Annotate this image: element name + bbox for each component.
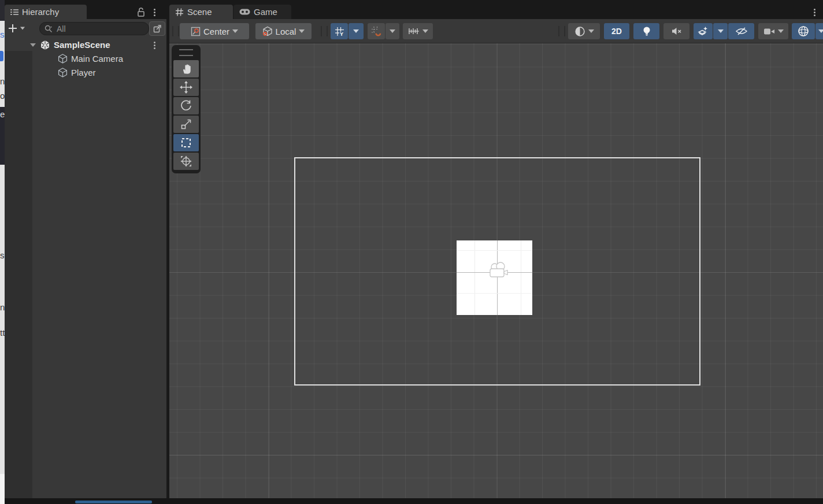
hidden-objects-toggle[interactable] — [728, 23, 754, 39]
grid-major-line — [725, 43, 726, 498]
camera-settings-dropdown[interactable] — [758, 23, 788, 39]
scene-lighting-toggle[interactable] — [633, 23, 659, 39]
grid-magnet-icon — [371, 26, 381, 36]
text-fragment: s — [0, 251, 5, 260]
search-field[interactable] — [39, 22, 149, 35]
view-hand-tool[interactable] — [173, 60, 199, 77]
pivot-mode-dropdown[interactable]: Center — [180, 23, 249, 39]
horizontal-scrollbar-thumb[interactable] — [75, 501, 152, 503]
effects-toggle[interactable] — [694, 23, 713, 39]
text-fragment: tt — [0, 328, 5, 337]
2d-mode-toggle[interactable]: 2D — [604, 23, 629, 39]
grid-line-on-sprite — [457, 250, 532, 251]
hierarchy-row-main-camera[interactable]: Main Camera — [5, 52, 166, 65]
add-object-button[interactable] — [8, 21, 31, 35]
svg-text:Y: Y — [340, 31, 343, 36]
hierarchy-gutter — [5, 51, 32, 498]
camera-gizmo-icon[interactable] — [486, 262, 510, 281]
grid-major-line — [269, 43, 269, 498]
scene-toolbar: Center Local Y — [169, 19, 823, 43]
gizmos-toggle[interactable] — [792, 23, 815, 39]
toolbar-drag-handle[interactable] — [172, 26, 179, 36]
plus-icon — [8, 24, 17, 33]
chevron-down-icon — [299, 29, 305, 33]
gameobject-cube-icon — [58, 68, 68, 77]
rotate-tool[interactable] — [173, 97, 199, 114]
hierarchy-row-scene[interactable]: SampleScene — [5, 38, 166, 51]
scene-kebab-icon[interactable] — [154, 40, 155, 50]
gizmos-dropdown[interactable] — [815, 23, 823, 39]
strip-blue-block — [0, 51, 3, 61]
tab-game[interactable]: Game — [233, 5, 291, 19]
scale-tool[interactable] — [173, 116, 199, 133]
text-fragment: n — [0, 303, 5, 312]
toolbar-drag-handle[interactable] — [558, 26, 565, 36]
tab-game-label: Game — [254, 7, 277, 17]
cube-axis-icon — [262, 26, 273, 36]
tab-hierarchy-label: Hierarchy — [22, 7, 59, 17]
hierarchy-tabbar: Hierarchy — [5, 5, 166, 19]
speaker-muted-icon — [672, 27, 682, 35]
scene-viewport[interactable] — [169, 43, 823, 498]
grid-y-icon: Y — [335, 27, 344, 36]
rect-tool[interactable] — [173, 134, 199, 151]
grid-visibility-toggle[interactable]: Y — [331, 23, 348, 39]
bulb-icon — [643, 26, 651, 36]
hierarchy-toolbar — [5, 19, 166, 38]
chevron-down-icon — [778, 29, 784, 33]
transform-icon — [180, 155, 192, 168]
rotate-icon — [180, 99, 192, 112]
chevron-down-icon — [588, 29, 594, 33]
chevron-down-icon — [718, 29, 724, 33]
unlock-icon[interactable] — [136, 7, 146, 17]
text-fragment: n — [0, 77, 5, 86]
snap-toggle[interactable] — [368, 23, 385, 39]
unity-scene-icon — [40, 40, 50, 50]
pick-object-button[interactable] — [149, 21, 165, 36]
foldout-arrow-icon[interactable] — [30, 43, 36, 47]
background-window-strip: s n o e s n tt — [0, 0, 5, 504]
chevron-down-icon — [353, 29, 359, 33]
grid-visibility-dropdown[interactable] — [349, 23, 364, 39]
rect-icon — [180, 136, 192, 149]
tab-scene[interactable]: Scene — [169, 5, 233, 19]
list-icon — [10, 9, 18, 16]
chevron-down-icon — [422, 29, 428, 33]
transform-tool[interactable] — [173, 153, 199, 170]
tab-hierarchy[interactable]: Hierarchy — [5, 5, 87, 19]
kebab-menu-icon[interactable] — [154, 8, 155, 17]
palette-drag-handle[interactable] — [179, 49, 193, 56]
tool-palette — [172, 45, 201, 173]
snap-dropdown[interactable] — [385, 23, 399, 39]
layers-star-icon — [698, 26, 709, 36]
snap-increment-dropdown[interactable] — [403, 23, 433, 39]
hand-icon — [180, 62, 192, 75]
text-fragment: s — [0, 30, 5, 39]
orientation-dropdown[interactable]: Local — [255, 23, 312, 39]
toolbar-drag-handle[interactable] — [321, 26, 328, 36]
grid-line-on-sprite — [474, 240, 475, 315]
grid-line-on-sprite — [457, 293, 532, 294]
shading-mode-dropdown[interactable] — [568, 23, 600, 39]
pivot-mode-label: Center — [203, 27, 229, 36]
chevron-down-icon — [818, 29, 823, 33]
chevron-down-icon — [232, 29, 238, 33]
strip-segment — [0, 474, 5, 504]
search-input[interactable] — [55, 24, 133, 34]
move-tool[interactable] — [173, 79, 199, 96]
strip-segment — [0, 0, 5, 21]
scene-dock-kebab-icon[interactable] — [814, 8, 815, 17]
audio-mute-toggle[interactable] — [663, 23, 689, 39]
unity-editor-window: s n o e s n tt Hierarchy — [0, 0, 823, 504]
gameobject-cube-icon — [58, 54, 68, 64]
scene-name-label: SampleScene — [54, 40, 110, 50]
object-name-label: Player — [71, 68, 96, 77]
panel-divider[interactable] — [166, 5, 169, 498]
video-camera-icon — [763, 28, 775, 35]
object-name-label: Main Camera — [71, 54, 123, 64]
orientation-label: Local — [276, 27, 296, 36]
effects-dropdown[interactable] — [713, 23, 728, 39]
chevron-down-icon — [390, 29, 395, 33]
hierarchy-row-player[interactable]: Player — [5, 66, 166, 79]
chevron-down-icon — [20, 27, 25, 30]
